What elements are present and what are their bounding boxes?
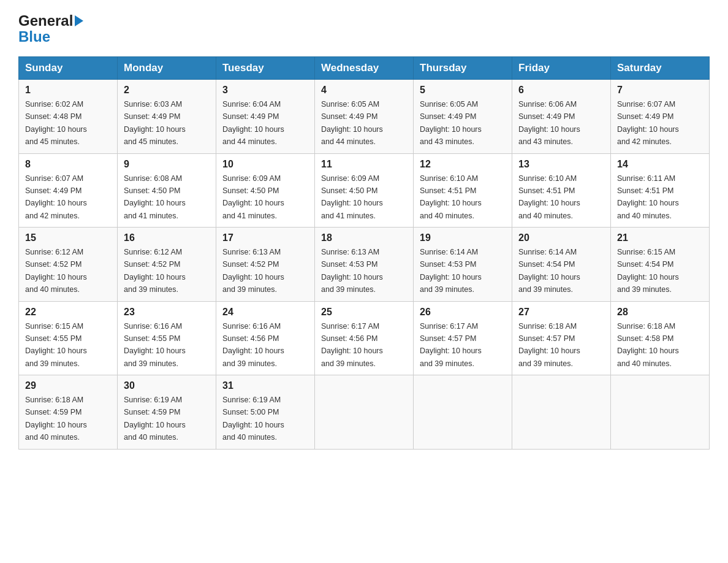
- weekday-header-tuesday: Tuesday: [216, 57, 315, 80]
- weekday-header-sunday: Sunday: [19, 57, 118, 80]
- day-info: Sunrise: 6:14 AMSunset: 4:54 PMDaylight:…: [518, 248, 580, 294]
- day-number: 30: [124, 380, 210, 391]
- calendar-cell: [315, 375, 414, 450]
- day-info: Sunrise: 6:09 AMSunset: 4:50 PMDaylight:…: [222, 174, 284, 220]
- calendar-cell: 19 Sunrise: 6:14 AMSunset: 4:53 PMDaylig…: [414, 228, 512, 302]
- day-info: Sunrise: 6:15 AMSunset: 4:54 PMDaylight:…: [617, 248, 679, 294]
- day-number: 12: [420, 159, 506, 170]
- day-number: 9: [124, 159, 210, 170]
- day-number: 25: [321, 307, 407, 318]
- day-info: Sunrise: 6:02 AMSunset: 4:48 PMDaylight:…: [25, 100, 87, 146]
- day-number: 21: [617, 232, 703, 243]
- day-number: 10: [222, 159, 308, 170]
- day-number: 11: [321, 159, 407, 170]
- day-info: Sunrise: 6:04 AMSunset: 4:49 PMDaylight:…: [222, 100, 284, 146]
- calendar-cell: 10 Sunrise: 6:09 AMSunset: 4:50 PMDaylig…: [216, 153, 315, 228]
- day-info: Sunrise: 6:18 AMSunset: 4:59 PMDaylight:…: [25, 396, 87, 442]
- day-number: 4: [321, 85, 407, 96]
- day-info: Sunrise: 6:16 AMSunset: 4:56 PMDaylight:…: [222, 322, 284, 368]
- calendar-cell: 23 Sunrise: 6:16 AMSunset: 4:55 PMDaylig…: [118, 301, 216, 375]
- calendar-cell: 29 Sunrise: 6:18 AMSunset: 4:59 PMDaylig…: [19, 375, 118, 450]
- logo: General Blue: [18, 12, 83, 45]
- day-number: 23: [124, 307, 210, 318]
- day-info: Sunrise: 6:10 AMSunset: 4:51 PMDaylight:…: [518, 174, 580, 220]
- day-number: 18: [321, 232, 407, 243]
- calendar-cell: 15 Sunrise: 6:12 AMSunset: 4:52 PMDaylig…: [19, 228, 118, 302]
- calendar-cell: 17 Sunrise: 6:13 AMSunset: 4:52 PMDaylig…: [216, 228, 315, 302]
- weekday-header-row: SundayMondayTuesdayWednesdayThursdayFrid…: [19, 57, 710, 80]
- calendar-cell: [414, 375, 512, 450]
- day-number: 8: [25, 159, 111, 170]
- day-info: Sunrise: 6:09 AMSunset: 4:50 PMDaylight:…: [321, 174, 383, 220]
- calendar-cell: 16 Sunrise: 6:12 AMSunset: 4:52 PMDaylig…: [118, 228, 216, 302]
- day-info: Sunrise: 6:05 AMSunset: 4:49 PMDaylight:…: [321, 100, 383, 146]
- week-row-3: 15 Sunrise: 6:12 AMSunset: 4:52 PMDaylig…: [19, 228, 710, 302]
- day-number: 7: [617, 85, 703, 96]
- day-number: 15: [25, 232, 111, 243]
- calendar-cell: 7 Sunrise: 6:07 AMSunset: 4:49 PMDayligh…: [611, 80, 710, 154]
- day-info: Sunrise: 6:10 AMSunset: 4:51 PMDaylight:…: [420, 174, 482, 220]
- day-number: 6: [518, 85, 604, 96]
- day-number: 29: [25, 380, 111, 391]
- calendar-cell: 3 Sunrise: 6:04 AMSunset: 4:49 PMDayligh…: [216, 80, 315, 154]
- calendar-cell: 25 Sunrise: 6:17 AMSunset: 4:56 PMDaylig…: [315, 301, 414, 375]
- day-number: 19: [420, 232, 506, 243]
- calendar-cell: 27 Sunrise: 6:18 AMSunset: 4:57 PMDaylig…: [512, 301, 611, 375]
- calendar-cell: 5 Sunrise: 6:05 AMSunset: 4:49 PMDayligh…: [414, 80, 512, 154]
- logo-blue-text: Blue: [18, 28, 83, 45]
- logo-arrow-icon: [75, 15, 83, 26]
- weekday-header-thursday: Thursday: [414, 57, 512, 80]
- day-info: Sunrise: 6:18 AMSunset: 4:57 PMDaylight:…: [518, 322, 580, 368]
- day-number: 1: [25, 85, 111, 96]
- calendar-cell: 21 Sunrise: 6:15 AMSunset: 4:54 PMDaylig…: [611, 228, 710, 302]
- day-number: 17: [222, 232, 308, 243]
- day-info: Sunrise: 6:07 AMSunset: 4:49 PMDaylight:…: [617, 100, 679, 146]
- calendar-cell: 11 Sunrise: 6:09 AMSunset: 4:50 PMDaylig…: [315, 153, 414, 228]
- week-row-4: 22 Sunrise: 6:15 AMSunset: 4:55 PMDaylig…: [19, 301, 710, 375]
- day-info: Sunrise: 6:13 AMSunset: 4:53 PMDaylight:…: [321, 248, 383, 294]
- day-number: 20: [518, 232, 604, 243]
- day-info: Sunrise: 6:19 AMSunset: 4:59 PMDaylight:…: [124, 396, 186, 442]
- day-number: 24: [222, 307, 308, 318]
- weekday-header-wednesday: Wednesday: [315, 57, 414, 80]
- page-header: General Blue: [18, 12, 710, 45]
- day-number: 16: [124, 232, 210, 243]
- calendar-cell: 26 Sunrise: 6:17 AMSunset: 4:57 PMDaylig…: [414, 301, 512, 375]
- day-number: 31: [222, 380, 308, 391]
- weekday-header-saturday: Saturday: [611, 57, 710, 80]
- calendar-cell: 4 Sunrise: 6:05 AMSunset: 4:49 PMDayligh…: [315, 80, 414, 154]
- calendar-cell: 22 Sunrise: 6:15 AMSunset: 4:55 PMDaylig…: [19, 301, 118, 375]
- day-number: 14: [617, 159, 703, 170]
- day-info: Sunrise: 6:19 AMSunset: 5:00 PMDaylight:…: [222, 396, 284, 442]
- calendar-cell: 13 Sunrise: 6:10 AMSunset: 4:51 PMDaylig…: [512, 153, 611, 228]
- day-info: Sunrise: 6:08 AMSunset: 4:50 PMDaylight:…: [124, 174, 186, 220]
- calendar-cell: 2 Sunrise: 6:03 AMSunset: 4:49 PMDayligh…: [118, 80, 216, 154]
- logo-text-general: General: [18, 12, 73, 29]
- calendar-cell: 20 Sunrise: 6:14 AMSunset: 4:54 PMDaylig…: [512, 228, 611, 302]
- calendar-cell: 6 Sunrise: 6:06 AMSunset: 4:49 PMDayligh…: [512, 80, 611, 154]
- day-info: Sunrise: 6:15 AMSunset: 4:55 PMDaylight:…: [25, 322, 87, 368]
- day-info: Sunrise: 6:06 AMSunset: 4:49 PMDaylight:…: [518, 100, 580, 146]
- calendar-cell: 24 Sunrise: 6:16 AMSunset: 4:56 PMDaylig…: [216, 301, 315, 375]
- calendar-cell: 12 Sunrise: 6:10 AMSunset: 4:51 PMDaylig…: [414, 153, 512, 228]
- calendar-cell: 31 Sunrise: 6:19 AMSunset: 5:00 PMDaylig…: [216, 375, 315, 450]
- calendar-cell: [611, 375, 710, 450]
- day-info: Sunrise: 6:12 AMSunset: 4:52 PMDaylight:…: [25, 248, 87, 294]
- day-info: Sunrise: 6:12 AMSunset: 4:52 PMDaylight:…: [124, 248, 186, 294]
- calendar-table: SundayMondayTuesdayWednesdayThursdayFrid…: [18, 56, 710, 450]
- day-info: Sunrise: 6:18 AMSunset: 4:58 PMDaylight:…: [617, 322, 679, 368]
- calendar-cell: 8 Sunrise: 6:07 AMSunset: 4:49 PMDayligh…: [19, 153, 118, 228]
- calendar-cell: 14 Sunrise: 6:11 AMSunset: 4:51 PMDaylig…: [611, 153, 710, 228]
- day-number: 3: [222, 85, 308, 96]
- day-info: Sunrise: 6:07 AMSunset: 4:49 PMDaylight:…: [25, 174, 87, 220]
- calendar-cell: 28 Sunrise: 6:18 AMSunset: 4:58 PMDaylig…: [611, 301, 710, 375]
- day-number: 27: [518, 307, 604, 318]
- day-info: Sunrise: 6:11 AMSunset: 4:51 PMDaylight:…: [617, 174, 679, 220]
- week-row-5: 29 Sunrise: 6:18 AMSunset: 4:59 PMDaylig…: [19, 375, 710, 450]
- day-number: 26: [420, 307, 506, 318]
- day-info: Sunrise: 6:03 AMSunset: 4:49 PMDaylight:…: [124, 100, 186, 146]
- day-number: 22: [25, 307, 111, 318]
- day-info: Sunrise: 6:16 AMSunset: 4:55 PMDaylight:…: [124, 322, 186, 368]
- weekday-header-monday: Monday: [118, 57, 216, 80]
- day-number: 5: [420, 85, 506, 96]
